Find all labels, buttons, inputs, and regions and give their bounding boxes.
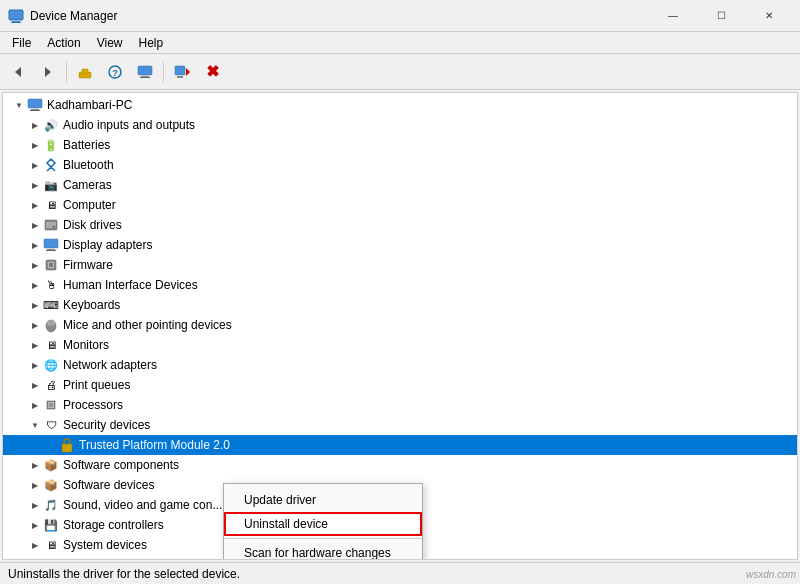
expand-bluetooth[interactable] [27, 157, 43, 173]
tree-security[interactable]: 🛡 Security devices [3, 415, 797, 435]
tree-print[interactable]: 🖨 Print queues [3, 375, 797, 395]
expand-sound[interactable] [27, 497, 43, 513]
expand-security[interactable] [27, 417, 43, 433]
tree-bluetooth[interactable]: Bluetooth [3, 155, 797, 175]
tree-hid[interactable]: 🖱 Human Interface Devices [3, 275, 797, 295]
tree-monitors-label: Monitors [63, 338, 109, 352]
firmware-icon [43, 257, 59, 273]
expand-network[interactable] [27, 357, 43, 373]
expand-cameras[interactable] [27, 177, 43, 193]
monitor-icon: 🖥 [43, 337, 59, 353]
svg-rect-21 [44, 239, 58, 248]
display-icon [43, 237, 59, 253]
svg-rect-12 [175, 66, 185, 75]
maximize-button[interactable]: ☐ [698, 0, 744, 32]
svg-marker-4 [45, 67, 51, 77]
status-bar: Uninstalls the driver for the selected d… [0, 562, 800, 584]
context-menu: Update driver Uninstall device Scan for … [223, 483, 423, 560]
context-update-driver[interactable]: Update driver [224, 488, 422, 512]
minimize-button[interactable]: — [650, 0, 696, 32]
tree-tpm[interactable]: Trusted Platform Module 2.0 [3, 435, 797, 455]
tree-sound-label: Sound, video and game con... [63, 498, 222, 512]
tree-root[interactable]: Kadhambari-PC [3, 95, 797, 115]
close-button[interactable]: ✕ [746, 0, 792, 32]
toolbar-sep-2 [163, 61, 164, 83]
svg-rect-6 [82, 69, 88, 74]
expand-audio[interactable] [27, 117, 43, 133]
menu-file[interactable]: File [4, 34, 39, 52]
tree-processors[interactable]: Processors [3, 395, 797, 415]
software-comp-icon: 📦 [43, 457, 59, 473]
tree-disk[interactable]: Disk drives [3, 215, 797, 235]
print-icon: 🖨 [43, 377, 59, 393]
tree-mice-label: Mice and other pointing devices [63, 318, 232, 332]
expand-disk[interactable] [27, 217, 43, 233]
menu-help[interactable]: Help [131, 34, 172, 52]
expand-keyboards[interactable] [27, 297, 43, 313]
expand-root[interactable] [11, 97, 27, 113]
cpu-icon [43, 397, 59, 413]
expand-print[interactable] [27, 377, 43, 393]
tree-display-label: Display adapters [63, 238, 152, 252]
expand-software-comp[interactable] [27, 457, 43, 473]
expand-processors[interactable] [27, 397, 43, 413]
properties-button[interactable]: ? [101, 58, 129, 86]
expand-firmware[interactable] [27, 257, 43, 273]
toolbar: ? ✖ [0, 54, 800, 90]
up-button[interactable] [71, 58, 99, 86]
tree-software-comp-label: Software components [63, 458, 179, 472]
context-uninstall-device[interactable]: Uninstall device [224, 512, 422, 536]
tree-audio-label: Audio inputs and outputs [63, 118, 195, 132]
scan-button[interactable] [168, 58, 196, 86]
camera-icon: 📷 [43, 177, 59, 193]
tree-monitors[interactable]: 🖥 Monitors [3, 335, 797, 355]
svg-marker-3 [15, 67, 21, 77]
manage-button[interactable] [131, 58, 159, 86]
device-tree[interactable]: Kadhambari-PC 🔊 Audio inputs and outputs… [2, 92, 798, 560]
menu-view[interactable]: View [89, 34, 131, 52]
tree-audio[interactable]: 🔊 Audio inputs and outputs [3, 115, 797, 135]
computer-icon: 🖥 [43, 197, 59, 213]
expand-display[interactable] [27, 237, 43, 253]
battery-icon: 🔋 [43, 137, 59, 153]
software-dev-icon: 📦 [43, 477, 59, 493]
tree-computer-label: Computer [63, 198, 116, 212]
svg-rect-11 [140, 77, 150, 78]
expand-software-dev[interactable] [27, 477, 43, 493]
expand-monitors[interactable] [27, 337, 43, 353]
tree-network-label: Network adapters [63, 358, 157, 372]
expand-computer[interactable] [27, 197, 43, 213]
menu-action[interactable]: Action [39, 34, 88, 52]
hid-icon: 🖱 [43, 277, 59, 293]
tree-keyboards[interactable]: ⌨ Keyboards [3, 295, 797, 315]
audio-icon: 🔊 [43, 117, 59, 133]
tree-network[interactable]: 🌐 Network adapters [3, 355, 797, 375]
expand-usb[interactable] [27, 557, 43, 560]
remove-button[interactable]: ✖ [198, 58, 226, 86]
expand-system[interactable] [27, 537, 43, 553]
sound-icon: 🎵 [43, 497, 59, 513]
expand-storage[interactable] [27, 517, 43, 533]
tree-processors-label: Processors [63, 398, 123, 412]
expand-mice[interactable] [27, 317, 43, 333]
tree-firmware[interactable]: Firmware [3, 255, 797, 275]
tree-software-comp[interactable]: 📦 Software components [3, 455, 797, 475]
tree-mice[interactable]: Mice and other pointing devices [3, 315, 797, 335]
network-icon: 🌐 [43, 357, 59, 373]
tree-display[interactable]: Display adapters [3, 235, 797, 255]
forward-button[interactable] [34, 58, 62, 86]
tree-batteries[interactable]: 🔋 Batteries [3, 135, 797, 155]
tree-software-dev-label: Software devices [63, 478, 154, 492]
tree-cameras[interactable]: 📷 Cameras [3, 175, 797, 195]
expand-batteries[interactable] [27, 137, 43, 153]
context-scan-hardware[interactable]: Scan for hardware changes [224, 541, 422, 560]
tree-computer[interactable]: 🖥 Computer [3, 195, 797, 215]
expand-hid[interactable] [27, 277, 43, 293]
svg-rect-23 [46, 250, 56, 251]
svg-rect-9 [138, 66, 152, 75]
svg-text:?: ? [112, 68, 118, 78]
back-button[interactable] [4, 58, 32, 86]
svg-rect-2 [11, 22, 21, 23]
svg-rect-33 [62, 444, 72, 452]
bluetooth-icon [43, 157, 59, 173]
